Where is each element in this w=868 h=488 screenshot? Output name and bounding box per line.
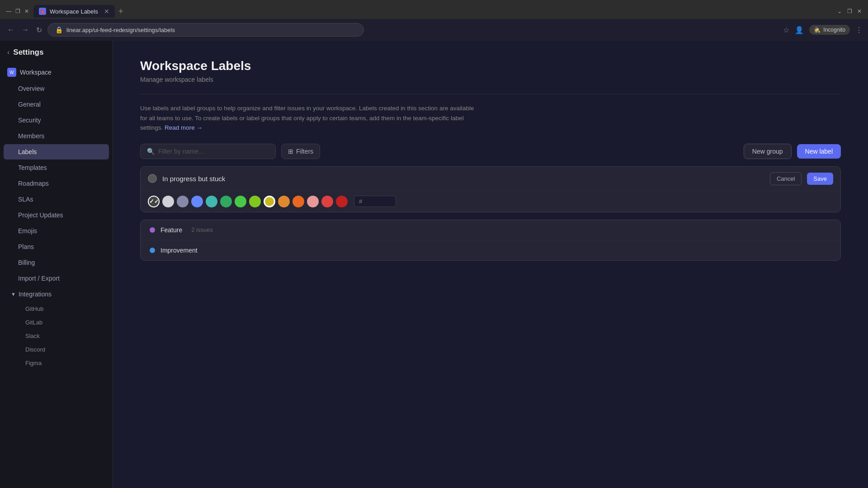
app-layout: ‹ Settings W Workspace Overview General … (0, 41, 868, 488)
color-swatch-orange[interactable] (292, 196, 304, 207)
color-swatch-gray[interactable] (177, 196, 189, 207)
color-swatch-check[interactable]: ✓ (148, 196, 160, 207)
color-swatch-yellow[interactable] (264, 196, 275, 207)
new-label-form: Cancel Save ✓ (140, 166, 841, 212)
label-name-improvement: Improvement (160, 247, 198, 254)
tab-title: Workspace Labels (50, 8, 98, 15)
search-icon: 🔍 (147, 148, 155, 155)
sidebar-item-slas[interactable]: SLAs (4, 192, 109, 207)
window-close-icon[interactable]: ✕ (856, 8, 863, 14)
color-swatch-yellow-green[interactable] (249, 196, 261, 207)
hex-hash: # (359, 198, 362, 205)
sidebar-item-overview[interactable]: Overview (4, 81, 109, 96)
color-swatch-white[interactable] (162, 196, 174, 207)
filters-label: Filters (296, 148, 313, 155)
label-row-improvement: Improvement (141, 240, 840, 260)
sidebar-item-members[interactable]: Members (4, 128, 109, 144)
color-swatch-red-dark[interactable] (336, 196, 348, 207)
color-swatch-red[interactable] (321, 196, 333, 207)
label-dot-improvement (150, 248, 155, 253)
window-controls: — ❐ ✕ (5, 8, 30, 14)
reload-button[interactable]: ↻ (34, 24, 44, 36)
page-subtitle: Manage workspace labels (140, 76, 841, 83)
label-name-feature: Feature (160, 226, 182, 234)
workspace-section-header: W Workspace (0, 64, 113, 80)
close-button[interactable]: ✕ (24, 8, 30, 14)
label-count-feature: 2 issues (191, 226, 213, 233)
sidebar-item-slack[interactable]: Slack (4, 329, 109, 343)
sidebar-item-import-export[interactable]: Import / Export (4, 271, 109, 286)
maximize-button[interactable]: ❐ (14, 8, 21, 14)
bookmark-button[interactable]: ☆ (783, 26, 789, 34)
url-text: linear.app/ui-feed-redesign/settings/lab… (66, 27, 175, 33)
main-content: Workspace Labels Manage workspace labels… (113, 41, 868, 488)
window-minimize-icon[interactable]: ⌄ (836, 8, 843, 14)
sidebar-item-project-updates[interactable]: Project Updates (4, 207, 109, 223)
browser-chrome: — ❐ ✕ 🔖 Workspace Labels ✕ + ⌄ ❐ ✕ ← → ↻… (0, 0, 868, 41)
labels-list: Feature 2 issues Improvement (140, 220, 841, 261)
label-dot-feature (150, 227, 155, 233)
sidebar-item-discord[interactable]: Discord (4, 343, 109, 356)
label-name-input[interactable] (162, 175, 764, 183)
sidebar: ‹ Settings W Workspace Overview General … (0, 41, 113, 488)
search-input[interactable] (158, 148, 269, 155)
color-swatch-orange-dark[interactable] (278, 196, 290, 207)
color-swatch-green[interactable] (235, 196, 246, 207)
info-text: Use labels and label groups to help orga… (140, 103, 475, 133)
active-tab[interactable]: 🔖 Workspace Labels ✕ (33, 5, 115, 18)
workspace-icon: W (7, 68, 16, 77)
menu-button[interactable]: ⋮ (855, 26, 863, 34)
sidebar-item-templates[interactable]: Templates (4, 160, 109, 175)
label-input-row: Cancel Save (141, 167, 840, 191)
sidebar-back-button[interactable]: ‹ (7, 48, 9, 56)
hex-input-wrap: # (354, 196, 396, 207)
back-nav-button[interactable]: ← (5, 24, 16, 36)
sidebar-item-integrations[interactable]: ▼ Integrations (4, 286, 109, 302)
save-button[interactable]: Save (807, 173, 833, 185)
sidebar-item-emojis[interactable]: Emojis (4, 223, 109, 239)
incognito-badge: 🕵️ Incognito (809, 25, 850, 35)
chevron-down-icon: ▼ (11, 291, 16, 297)
integrations-label: Integrations (19, 291, 52, 298)
tab-favicon: 🔖 (39, 8, 46, 15)
window-restore-icon[interactable]: ❐ (846, 8, 853, 14)
filters-button[interactable]: ⊞ Filters (281, 144, 320, 159)
hex-input[interactable] (364, 198, 391, 205)
header-divider (140, 94, 841, 94)
page-header: Workspace Labels Manage workspace labels (140, 59, 841, 83)
profile-button[interactable]: 👤 (795, 26, 804, 34)
sidebar-item-general[interactable]: General (4, 97, 109, 112)
search-box: 🔍 (140, 144, 276, 159)
color-swatch-teal[interactable] (206, 196, 217, 207)
new-label-button[interactable]: New label (797, 144, 841, 159)
page-title: Workspace Labels (140, 59, 841, 73)
label-row-feature: Feature 2 issues (141, 220, 840, 240)
minimize-button[interactable]: — (5, 8, 12, 14)
sidebar-item-github[interactable]: GitHub (4, 302, 109, 315)
sidebar-item-security[interactable]: Security (4, 113, 109, 128)
color-swatch-blue[interactable] (191, 196, 203, 207)
color-picker-row: ✓ # (141, 191, 840, 212)
tab-close-icon[interactable]: ✕ (104, 8, 109, 15)
sidebar-item-roadmaps[interactable]: Roadmaps (4, 176, 109, 191)
sidebar-item-gitlab[interactable]: GitLab (4, 316, 109, 329)
color-swatch-pink[interactable] (307, 196, 319, 207)
sidebar-item-figma[interactable]: Figma (4, 357, 109, 370)
cancel-button[interactable]: Cancel (770, 172, 802, 185)
color-dot-picker[interactable] (148, 174, 157, 183)
sidebar-item-plans[interactable]: Plans (4, 239, 109, 254)
workspace-label: Workspace (20, 69, 52, 76)
forward-nav-button[interactable]: → (20, 24, 31, 36)
new-tab-button[interactable]: + (117, 5, 125, 18)
color-swatch-green-dark[interactable] (220, 196, 232, 207)
sidebar-title: Settings (13, 48, 43, 57)
read-more-link[interactable]: Read more → (165, 124, 203, 131)
address-bar[interactable]: 🔒 linear.app/ui-feed-redesign/settings/l… (47, 23, 364, 37)
new-group-button[interactable]: New group (744, 144, 792, 159)
sidebar-item-labels[interactable]: Labels (4, 144, 109, 160)
filter-icon: ⊞ (288, 148, 293, 155)
toolbar: 🔍 ⊞ Filters New group New label (140, 144, 841, 159)
sidebar-item-billing[interactable]: Billing (4, 255, 109, 270)
